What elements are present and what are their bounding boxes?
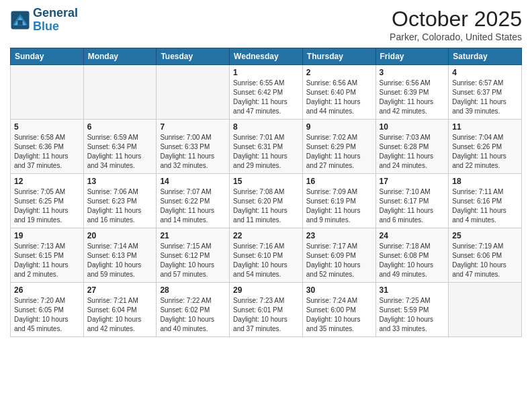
logo-icon	[10, 10, 30, 30]
day-info: Sunrise: 7:15 AM Sunset: 6:12 PM Dayligh…	[160, 242, 226, 279]
day-number: 19	[14, 231, 80, 240]
day-info: Sunrise: 7:04 AM Sunset: 6:26 PM Dayligh…	[452, 133, 518, 171]
table-row: 12Sunrise: 7:05 AM Sunset: 6:25 PM Dayli…	[11, 174, 84, 228]
table-row: 11Sunrise: 7:04 AM Sunset: 6:26 PM Dayli…	[449, 120, 522, 174]
calendar-table: Sunday Monday Tuesday Wednesday Thursday…	[10, 48, 522, 337]
day-number: 5	[14, 122, 80, 132]
day-info: Sunrise: 7:06 AM Sunset: 6:23 PM Dayligh…	[87, 187, 153, 225]
day-info: Sunrise: 6:59 AM Sunset: 6:34 PM Dayligh…	[87, 133, 153, 171]
col-tuesday: Tuesday	[157, 48, 230, 65]
calendar-header-row: Sunday Monday Tuesday Wednesday Thursday…	[11, 48, 522, 65]
col-sunday: Sunday	[11, 48, 84, 65]
day-info: Sunrise: 6:55 AM Sunset: 6:42 PM Dayligh…	[233, 79, 299, 116]
table-row	[449, 283, 522, 337]
day-number: 15	[233, 177, 299, 186]
page-container: General Blue October 2025 Parker, Colora…	[0, 0, 532, 344]
table-row: 18Sunrise: 7:11 AM Sunset: 6:16 PM Dayli…	[449, 174, 522, 228]
calendar-week-2: 5Sunrise: 6:58 AM Sunset: 6:36 PM Daylig…	[11, 120, 522, 174]
day-info: Sunrise: 7:05 AM Sunset: 6:25 PM Dayligh…	[14, 187, 80, 225]
day-info: Sunrise: 7:10 AM Sunset: 6:17 PM Dayligh…	[380, 187, 445, 225]
day-number: 10	[380, 122, 445, 132]
day-number: 6	[87, 122, 153, 132]
table-row: 24Sunrise: 7:18 AM Sunset: 6:08 PM Dayli…	[375, 228, 449, 283]
table-row	[11, 65, 84, 120]
table-row	[157, 65, 230, 120]
table-row: 19Sunrise: 7:13 AM Sunset: 6:15 PM Dayli…	[11, 228, 84, 283]
table-row: 23Sunrise: 7:17 AM Sunset: 6:09 PM Dayli…	[302, 228, 375, 283]
svg-rect-3	[17, 20, 23, 26]
day-info: Sunrise: 7:19 AM Sunset: 6:06 PM Dayligh…	[452, 242, 518, 279]
day-number: 8	[233, 122, 299, 132]
col-thursday: Thursday	[302, 48, 375, 65]
table-row: 2Sunrise: 6:56 AM Sunset: 6:40 PM Daylig…	[302, 65, 375, 120]
day-number: 26	[14, 285, 80, 295]
day-info: Sunrise: 7:03 AM Sunset: 6:28 PM Dayligh…	[380, 133, 445, 171]
day-number: 14	[160, 177, 226, 186]
table-row: 9Sunrise: 7:02 AM Sunset: 6:29 PM Daylig…	[302, 120, 375, 174]
day-info: Sunrise: 7:24 AM Sunset: 6:00 PM Dayligh…	[306, 296, 372, 334]
day-info: Sunrise: 6:56 AM Sunset: 6:40 PM Dayligh…	[306, 79, 372, 116]
table-row: 31Sunrise: 7:25 AM Sunset: 5:59 PM Dayli…	[375, 283, 449, 337]
day-info: Sunrise: 7:13 AM Sunset: 6:15 PM Dayligh…	[14, 242, 80, 279]
location: Parker, Colorado, United States	[390, 32, 522, 42]
table-row: 7Sunrise: 7:00 AM Sunset: 6:33 PM Daylig…	[157, 120, 230, 174]
table-row: 28Sunrise: 7:22 AM Sunset: 6:02 PM Dayli…	[157, 283, 230, 337]
table-row: 17Sunrise: 7:10 AM Sunset: 6:17 PM Dayli…	[375, 174, 449, 228]
day-info: Sunrise: 7:23 AM Sunset: 6:01 PM Dayligh…	[233, 296, 299, 334]
table-row: 6Sunrise: 6:59 AM Sunset: 6:34 PM Daylig…	[83, 120, 157, 174]
day-info: Sunrise: 7:07 AM Sunset: 6:22 PM Dayligh…	[160, 187, 226, 225]
table-row: 1Sunrise: 6:55 AM Sunset: 6:42 PM Daylig…	[230, 65, 303, 120]
day-info: Sunrise: 7:22 AM Sunset: 6:02 PM Dayligh…	[160, 296, 226, 334]
day-info: Sunrise: 7:14 AM Sunset: 6:13 PM Dayligh…	[87, 242, 153, 279]
table-row: 27Sunrise: 7:21 AM Sunset: 6:04 PM Dayli…	[83, 283, 157, 337]
day-number: 24	[380, 231, 445, 240]
day-number: 20	[87, 231, 153, 240]
day-number: 13	[87, 177, 153, 186]
day-number: 22	[233, 231, 299, 240]
day-info: Sunrise: 7:00 AM Sunset: 6:33 PM Dayligh…	[160, 133, 226, 171]
day-info: Sunrise: 7:08 AM Sunset: 6:20 PM Dayligh…	[233, 187, 299, 225]
day-info: Sunrise: 7:20 AM Sunset: 6:05 PM Dayligh…	[14, 296, 80, 334]
day-number: 9	[306, 122, 372, 132]
day-number: 23	[306, 231, 372, 240]
table-row: 26Sunrise: 7:20 AM Sunset: 6:05 PM Dayli…	[11, 283, 84, 337]
table-row: 4Sunrise: 6:57 AM Sunset: 6:37 PM Daylig…	[449, 65, 522, 120]
table-row: 20Sunrise: 7:14 AM Sunset: 6:13 PM Dayli…	[83, 228, 157, 283]
day-info: Sunrise: 7:17 AM Sunset: 6:09 PM Dayligh…	[306, 242, 372, 279]
table-row: 25Sunrise: 7:19 AM Sunset: 6:06 PM Dayli…	[449, 228, 522, 283]
day-number: 25	[452, 231, 518, 240]
calendar-week-5: 26Sunrise: 7:20 AM Sunset: 6:05 PM Dayli…	[11, 283, 522, 337]
title-block: October 2025 Parker, Colorado, United St…	[390, 7, 522, 42]
logo-text: General Blue	[33, 7, 78, 34]
day-number: 4	[452, 68, 518, 77]
table-row: 5Sunrise: 6:58 AM Sunset: 6:36 PM Daylig…	[11, 120, 84, 174]
day-number: 3	[380, 68, 445, 77]
day-info: Sunrise: 6:57 AM Sunset: 6:37 PM Dayligh…	[452, 79, 518, 116]
day-number: 12	[14, 177, 80, 186]
day-number: 27	[87, 285, 153, 295]
col-wednesday: Wednesday	[230, 48, 303, 65]
table-row	[83, 65, 157, 120]
day-number: 17	[380, 177, 445, 186]
day-info: Sunrise: 7:01 AM Sunset: 6:31 PM Dayligh…	[233, 133, 299, 171]
day-number: 30	[306, 285, 372, 295]
day-info: Sunrise: 7:21 AM Sunset: 6:04 PM Dayligh…	[87, 296, 153, 334]
calendar-week-4: 19Sunrise: 7:13 AM Sunset: 6:15 PM Dayli…	[11, 228, 522, 283]
day-number: 7	[160, 122, 226, 132]
logo-general: General	[33, 6, 78, 19]
day-number: 11	[452, 122, 518, 132]
day-info: Sunrise: 6:56 AM Sunset: 6:39 PM Dayligh…	[380, 79, 445, 116]
day-number: 21	[160, 231, 226, 240]
day-number: 1	[233, 68, 299, 77]
table-row: 13Sunrise: 7:06 AM Sunset: 6:23 PM Dayli…	[83, 174, 157, 228]
calendar-week-1: 1Sunrise: 6:55 AM Sunset: 6:42 PM Daylig…	[11, 65, 522, 120]
day-number: 2	[306, 68, 372, 77]
day-number: 28	[160, 285, 226, 295]
table-row: 22Sunrise: 7:16 AM Sunset: 6:10 PM Dayli…	[230, 228, 303, 283]
table-row: 8Sunrise: 7:01 AM Sunset: 6:31 PM Daylig…	[230, 120, 303, 174]
table-row: 10Sunrise: 7:03 AM Sunset: 6:28 PM Dayli…	[375, 120, 449, 174]
day-info: Sunrise: 7:16 AM Sunset: 6:10 PM Dayligh…	[233, 242, 299, 279]
logo-blue: Blue	[33, 19, 59, 33]
calendar-week-3: 12Sunrise: 7:05 AM Sunset: 6:25 PM Dayli…	[11, 174, 522, 228]
table-row: 21Sunrise: 7:15 AM Sunset: 6:12 PM Dayli…	[157, 228, 230, 283]
